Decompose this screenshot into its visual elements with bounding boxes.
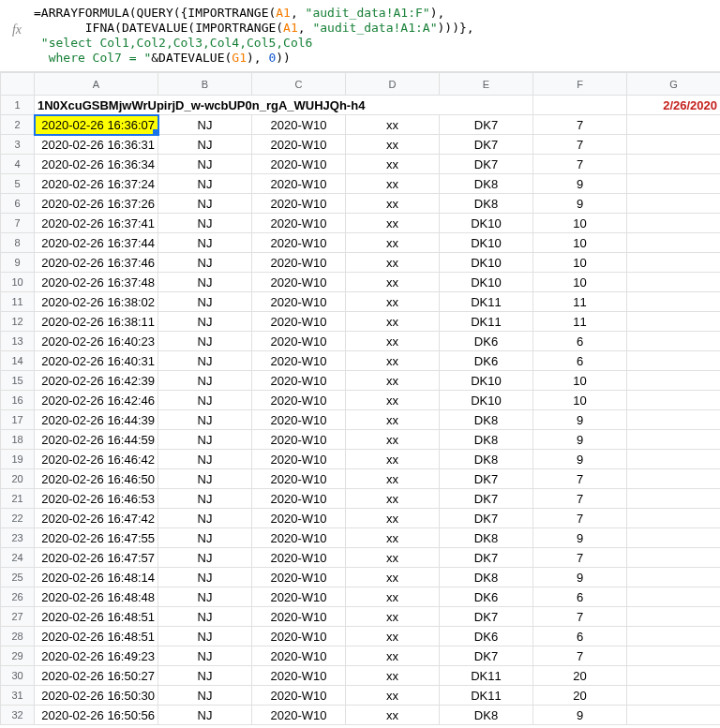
cell[interactable]: DK7 (440, 607, 533, 627)
cell[interactable]: DK11 (440, 312, 533, 332)
cell[interactable]: 2020-02-26 16:42:39 (35, 371, 158, 391)
cell[interactable]: 6 (533, 332, 627, 351)
row-header[interactable]: 31 (1, 686, 35, 706)
cell[interactable] (627, 351, 721, 371)
cell[interactable] (627, 607, 721, 627)
cell[interactable]: DK8 (440, 174, 533, 194)
cell[interactable]: NJ (158, 292, 252, 312)
cell[interactable]: NJ (158, 312, 252, 332)
cell[interactable]: 2020-02-26 16:47:57 (35, 548, 158, 568)
cell[interactable]: 2020-W10 (252, 686, 346, 706)
cell[interactable] (627, 292, 721, 312)
cell[interactable]: NJ (158, 332, 252, 351)
cell[interactable] (627, 174, 721, 194)
cell[interactable]: DK6 (440, 351, 533, 371)
row-header[interactable]: 12 (1, 312, 35, 332)
cell[interactable] (627, 489, 721, 509)
cell[interactable]: 2020-02-26 16:48:48 (35, 587, 158, 607)
cell[interactable] (627, 587, 721, 607)
cell[interactable]: 7 (533, 155, 627, 174)
cell[interactable]: 2020-W10 (252, 410, 346, 430)
row-header[interactable]: 25 (1, 568, 35, 587)
row-header[interactable]: 32 (1, 706, 35, 725)
cell[interactable]: DK11 (440, 686, 533, 706)
cell[interactable]: 2020-02-26 16:36:31 (35, 135, 158, 155)
cell[interactable]: xx (346, 135, 440, 155)
row-header[interactable]: 26 (1, 587, 35, 607)
cell[interactable]: 2020-02-26 16:48:14 (35, 568, 158, 587)
cell[interactable] (627, 548, 721, 568)
row-header[interactable]: 3 (1, 135, 35, 155)
cell[interactable]: NJ (158, 489, 252, 509)
cell[interactable]: NJ (158, 568, 252, 587)
cell[interactable]: 9 (533, 450, 627, 469)
cell[interactable]: DK11 (440, 666, 533, 686)
cell[interactable]: DK7 (440, 115, 533, 135)
cell[interactable]: NJ (158, 548, 252, 568)
cell[interactable]: 2020-W10 (252, 627, 346, 646)
cell[interactable]: xx (346, 646, 440, 666)
cell[interactable]: 2020-02-26 16:46:42 (35, 450, 158, 469)
cell[interactable]: DK7 (440, 489, 533, 509)
row-header[interactable]: 30 (1, 666, 35, 686)
cell[interactable]: 10 (533, 273, 627, 292)
cell[interactable]: NJ (158, 410, 252, 430)
row-header[interactable]: 23 (1, 528, 35, 548)
cell[interactable]: 20 (533, 686, 627, 706)
cell[interactable] (627, 528, 721, 548)
cell[interactable]: xx (346, 233, 440, 253)
col-header[interactable]: C (252, 73, 346, 96)
cell[interactable]: DK8 (440, 194, 533, 214)
col-header[interactable]: D (346, 73, 440, 96)
cell[interactable]: 2020-W10 (252, 194, 346, 214)
row-header[interactable]: 7 (1, 214, 35, 233)
cell[interactable]: 2020-W10 (252, 509, 346, 528)
cell[interactable]: xx (346, 528, 440, 548)
cell[interactable]: 9 (533, 174, 627, 194)
col-header[interactable]: E (440, 73, 533, 96)
cell[interactable]: 7 (533, 646, 627, 666)
cell[interactable]: DK8 (440, 528, 533, 548)
cell[interactable]: DK7 (440, 646, 533, 666)
cell[interactable] (627, 332, 721, 351)
cell[interactable]: NJ (158, 391, 252, 410)
cell[interactable]: 2020-02-26 16:48:51 (35, 607, 158, 627)
cell[interactable] (627, 253, 721, 273)
cell[interactable]: DK6 (440, 332, 533, 351)
col-header[interactable]: B (158, 73, 252, 96)
cell[interactable]: 2020-02-26 16:47:55 (35, 528, 158, 548)
cell[interactable]: 6 (533, 351, 627, 371)
cell[interactable]: DK7 (440, 135, 533, 155)
cell[interactable]: 2020-02-26 16:38:02 (35, 292, 158, 312)
cell[interactable]: xx (346, 627, 440, 646)
cell[interactable]: NJ (158, 587, 252, 607)
row-header[interactable]: 5 (1, 174, 35, 194)
cell[interactable] (627, 568, 721, 587)
cell[interactable]: DK10 (440, 214, 533, 233)
cell[interactable]: NJ (158, 686, 252, 706)
cell[interactable]: NJ (158, 666, 252, 686)
row-header[interactable]: 21 (1, 489, 35, 509)
cell[interactable]: NJ (158, 706, 252, 725)
cell[interactable] (627, 233, 721, 253)
cell[interactable] (627, 469, 721, 489)
row-header[interactable]: 22 (1, 509, 35, 528)
cell[interactable]: 6 (533, 627, 627, 646)
cell[interactable]: NJ (158, 135, 252, 155)
row-header[interactable]: 10 (1, 273, 35, 292)
cell[interactable]: NJ (158, 155, 252, 174)
cell[interactable] (627, 430, 721, 450)
cell[interactable]: NJ (158, 371, 252, 391)
cell[interactable]: xx (346, 214, 440, 233)
cell[interactable]: 2020-W10 (252, 214, 346, 233)
cell[interactable]: 2020-02-26 16:36:34 (35, 155, 158, 174)
cell[interactable]: xx (346, 509, 440, 528)
cell[interactable]: 10 (533, 253, 627, 273)
row-header[interactable]: 27 (1, 607, 35, 627)
cell[interactable]: 2020-02-26 16:37:41 (35, 214, 158, 233)
cell[interactable]: NJ (158, 450, 252, 469)
col-header[interactable]: A (35, 73, 158, 96)
row-header[interactable]: 20 (1, 469, 35, 489)
cell[interactable]: xx (346, 312, 440, 332)
cell[interactable]: 9 (533, 430, 627, 450)
